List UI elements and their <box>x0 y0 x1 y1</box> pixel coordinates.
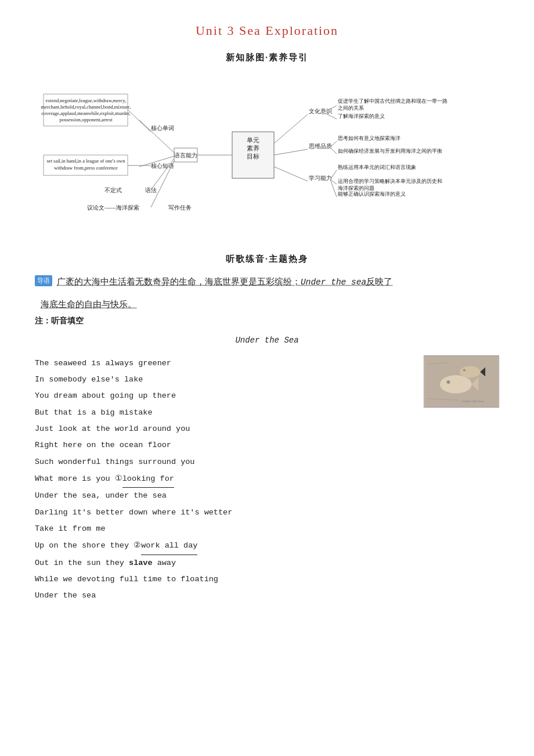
intro-text-3: 海底生命的自由与快乐。 <box>35 299 499 310</box>
svg-text:思考如何有意义地探索海洋: 思考如何有意义地探索海洋 <box>337 135 400 141</box>
svg-line-40 <box>274 167 308 181</box>
svg-text:促进学生了解中国古代丝绸之路和现在一带一路: 促进学生了解中国古代丝绸之路和现在一带一路 <box>338 98 448 104</box>
svg-text:核心单词: 核心单词 <box>150 125 174 131</box>
lyric-line: The seaweed is always greener <box>35 355 412 372</box>
lyric-line: Under the sea <box>35 588 412 604</box>
intro-text-1: 广袤的大海中生活着无数奇异的生命，海底世界更是五彩缤纷； <box>57 277 301 286</box>
song-content-area: The seaweed is always greenerIn somebody… <box>35 355 499 604</box>
svg-text:语法: 语法 <box>145 187 157 193</box>
lyric-line: In somebody else's lake <box>35 372 412 388</box>
svg-text:目标: 目标 <box>247 153 259 160</box>
svg-text:coverage,applaud,meanwhile,exp: coverage,applaud,meanwhile,exploit,murde… <box>41 110 130 116</box>
song-lyrics: The seaweed is always greenerIn somebody… <box>35 355 412 604</box>
intro-block: 导语 广袤的大海中生活着无数奇异的生命，海底世界更是五彩缤纷；Under the… <box>35 274 499 291</box>
svg-point-56 <box>463 369 466 371</box>
svg-text:extend,negotiate,league,withdr: extend,negotiate,league,withdraw,mercy, <box>46 98 127 103</box>
svg-text:如何确保经济发展与开发利用海洋之间的平衡: 如何确保经济发展与开发利用海洋之间的平衡 <box>338 148 442 154</box>
svg-line-27 <box>274 114 308 143</box>
note-line: 注：听音填空 <box>35 316 499 326</box>
svg-text:单元: 单元 <box>247 136 259 143</box>
svg-point-53 <box>447 380 450 384</box>
svg-text:文化意识: 文化意识 <box>309 108 332 114</box>
svg-text:学习能力: 学习能力 <box>309 175 332 181</box>
svg-text:海洋探索的问题: 海洋探索的问题 <box>338 185 374 191</box>
svg-text:思维品质: 思维品质 <box>308 143 332 149</box>
intro-text-2: 反映了 <box>366 277 392 286</box>
lyric-line: Right here on the ocean floor <box>35 437 412 453</box>
intro-icon: 导语 <box>35 275 52 286</box>
section1-heading: 新知脉图·素养导引 <box>35 52 499 63</box>
svg-text:能够正确认识探索海洋的意义: 能够正确认识探索海洋的意义 <box>338 191 406 197</box>
lyric-line: Just look at the world around you <box>35 421 412 437</box>
svg-text:possession,opponent,arrest: possession,opponent,arrest <box>59 117 113 123</box>
song-image: Under the Sea <box>424 355 499 604</box>
svg-line-13 <box>128 110 151 132</box>
mindmap-container: 单元 素养 目标 语言能力 extend,negotiate,league,wi… <box>35 74 499 236</box>
song-title: Under the Sea <box>35 336 499 345</box>
svg-text:运用合理的学习策略解决本单元涉及的历史和: 运用合理的学习策略解决本单元涉及的历史和 <box>338 178 442 184</box>
svg-text:了解海洋探索的意义: 了解海洋探索的意义 <box>338 113 385 119</box>
lyric-line: Take it from me <box>35 521 412 537</box>
svg-text:set sail,in hand,in a league o: set sail,in hand,in a league of one's ow… <box>47 158 126 164</box>
lyric-line: Out in the sun they slave away <box>35 555 412 571</box>
lyric-line: Darling it's better down where it's wett… <box>35 505 412 521</box>
svg-text:merchant,behold,royal,channel,: merchant,behold,royal,channel,bond,mixtu… <box>41 104 131 110</box>
lyric-line: What more is you ①looking for <box>35 470 412 488</box>
svg-point-51 <box>440 375 472 393</box>
lyric-line: While we devoting full time to floating <box>35 571 412 588</box>
svg-text:语言能力: 语言能力 <box>174 152 197 159</box>
page-title: Unit 3 Sea Exploration <box>35 23 499 38</box>
intro-em: Under the sea <box>301 278 366 287</box>
lyric-line: But that is a big mistake <box>35 405 412 421</box>
lyric-line: Such wonderful things surround you <box>35 454 412 470</box>
lyric-line: Up on the shore they ②work all day <box>35 537 412 555</box>
svg-text:withdraw from,press conference: withdraw from,press conference <box>54 165 118 171</box>
svg-line-38 <box>331 148 337 154</box>
intro-text: 广袤的大海中生活着无数奇异的生命，海底世界更是五彩缤纷；Under the se… <box>57 274 392 291</box>
svg-point-54 <box>460 366 480 377</box>
lyric-line: Under the sea, under the sea <box>35 488 412 504</box>
svg-text:熟练运用本单元的词汇和语言现象: 熟练运用本单元的词汇和语言现象 <box>338 164 416 170</box>
svg-text:素养: 素养 <box>247 145 259 152</box>
svg-text:不定式: 不定式 <box>104 187 122 193</box>
svg-line-34 <box>274 149 308 155</box>
section2-heading: 听歌练音·主题热身 <box>35 254 499 265</box>
svg-text:议论文——海洋探索: 议论文——海洋探索 <box>87 204 139 211</box>
svg-text:Under the Sea: Under the Sea <box>461 399 484 403</box>
svg-text:写作任务: 写作任务 <box>168 204 192 211</box>
lyric-line: You dream about going up there <box>35 388 412 404</box>
svg-text:之间的关系: 之间的关系 <box>338 105 364 111</box>
